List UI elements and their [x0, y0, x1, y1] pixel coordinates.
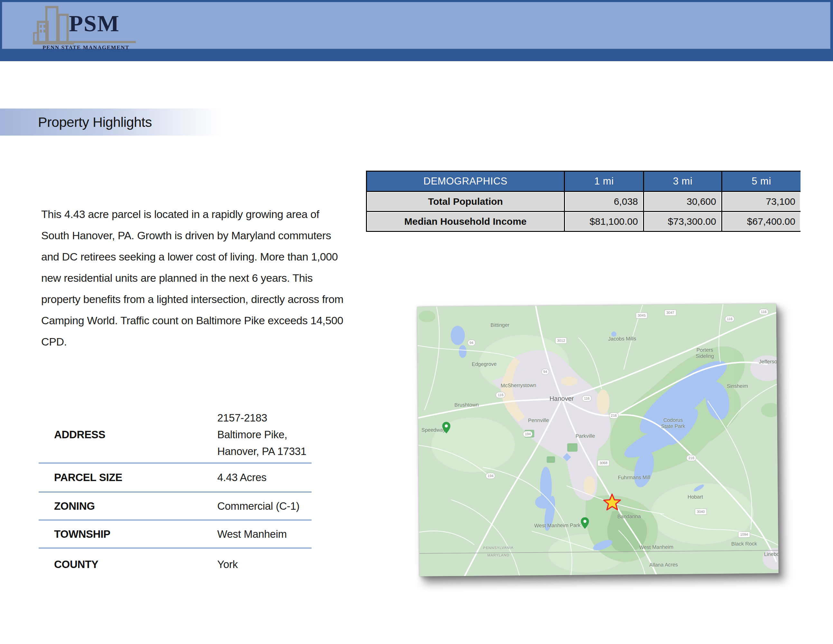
population-5mi: 73,100	[722, 192, 801, 211]
route-shield: 3045	[636, 313, 648, 319]
population-1mi: 6,038	[565, 192, 643, 211]
map-label-fuhrmans-mill: Fuhrmans Mill	[618, 474, 651, 480]
detail-label: COUNTY	[39, 558, 217, 571]
logo-acronym: PSM	[69, 6, 120, 41]
detail-row-township: TOWNSHIP West Manheim	[39, 520, 312, 548]
map-label-pennsylvania: PENNSYLVANIA	[483, 546, 514, 550]
logo-company-name: PENN STATE MANAGEMENT	[33, 44, 139, 51]
detail-value: Commercial (C-1)	[217, 498, 312, 515]
demographics-table: DEMOGRAPHICS 1 mi 3 mi 5 mi Total Popula…	[366, 171, 801, 232]
company-logo: PSM PENN STATE MANAGEMENT	[33, 5, 139, 51]
route-shield: 116	[759, 309, 769, 315]
page-title: Property Highlights	[38, 114, 152, 130]
map-label-jefferson: Jefferson	[759, 359, 778, 365]
detail-row-parcel-size: PARCEL SIZE 4.43 Acres	[39, 464, 312, 492]
header-band: PSM PENN STATE MANAGEMENT	[0, 0, 833, 61]
buildings-icon	[33, 5, 74, 45]
map-label-parkville: Parkville	[576, 433, 595, 439]
table-row: Median Household Income $81,100.00 $73,3…	[367, 212, 799, 231]
detail-value: West Manheim	[217, 526, 312, 543]
map-label-black-rock: Black Rock	[731, 541, 757, 547]
map-label-jacobs-mills: Jacobs Mills	[608, 336, 636, 342]
demographics-header-row: DEMOGRAPHICS 1 mi 3 mi 5 mi	[367, 172, 799, 191]
route-shield: 3040	[695, 509, 707, 515]
income-5mi: $67,400.00	[722, 212, 801, 231]
row-label-total-population: Total Population	[367, 192, 564, 211]
route-shield: 3068	[598, 460, 609, 466]
map-label-west-manheim: West Manheim	[639, 544, 674, 550]
route-shield: 3012	[555, 338, 567, 344]
map-label-maryland: MARYLAND	[487, 553, 510, 557]
property-description: This 4.43 acre parcel is located in a ra…	[41, 203, 347, 352]
route-shield: 94	[467, 340, 475, 346]
route-shield: 94	[541, 369, 549, 375]
property-details-table: ADDRESS 2157-2183 Baltimore Pike, Hanove…	[39, 406, 312, 581]
detail-label: ADDRESS	[39, 428, 217, 441]
income-3mi: $73,300.00	[644, 212, 721, 231]
route-shield: 116	[725, 316, 735, 322]
income-1mi: $81,100.00	[565, 212, 643, 231]
poi-label-west-manheim-park: West Manheim Park	[534, 522, 581, 528]
map-label-edgegrove: Edgegrove	[471, 361, 497, 367]
map-label-lineboro: Lineboro	[764, 551, 778, 557]
map-label-hobart: Hobart	[688, 494, 703, 500]
route-shield: 116	[496, 392, 505, 398]
detail-row-county: COUNTY York	[39, 548, 312, 581]
map-label-mcsherrystown: McSherrystown	[500, 383, 536, 389]
route-shield: 194	[523, 431, 533, 437]
route-shield: 1094	[738, 531, 750, 538]
map-label-brushtown: Brushtown	[455, 402, 479, 408]
detail-label: ZONING	[39, 500, 217, 512]
property-location-star-icon	[603, 493, 622, 513]
col-header-1mi: 1 mi	[565, 172, 643, 191]
speedway-pin-icon	[442, 422, 450, 435]
detail-label: TOWNSHIP	[39, 528, 217, 540]
table-row: Total Population 6,038 30,600 73,100	[367, 192, 799, 211]
property-flyer-page: PSM PENN STATE MANAGEMENT Property Highl…	[0, 0, 833, 644]
population-3mi: 30,600	[644, 192, 721, 211]
map-label-hanover: Hanover	[550, 395, 574, 402]
col-header-3mi: 3 mi	[644, 172, 721, 191]
route-shield: 216	[609, 412, 619, 419]
route-shield: 216	[687, 455, 696, 461]
col-header-demographics: DEMOGRAPHICS	[367, 172, 564, 191]
logo-underline	[34, 41, 136, 43]
route-shield: 3047	[664, 309, 676, 316]
map-label-codorus-state-park: Codorus State Park	[657, 417, 689, 430]
map-label-sinsheim: Sinsheim	[727, 383, 748, 389]
detail-value: 2157-2183 Baltimore Pike, Hanover, PA 17…	[217, 410, 307, 460]
detail-value: 4.43 Acres	[217, 469, 312, 486]
row-label-median-income: Median Household Income	[367, 212, 564, 231]
section-title-bar: Property Highlights	[0, 108, 229, 135]
route-shield: 194	[486, 473, 496, 479]
location-map: Bittinger Jacobs Mills Porters Sideling …	[417, 304, 778, 576]
map-label-porters-sideling: Porters Sideling	[688, 346, 720, 359]
detail-row-address: ADDRESS 2157-2183 Baltimore Pike, Hanove…	[39, 406, 312, 464]
col-header-5mi: 5 mi	[722, 172, 801, 191]
west-manheim-park-pin-icon	[581, 517, 589, 530]
detail-label: PARCEL SIZE	[39, 472, 217, 484]
map-label-allana-acres: Allana Acres	[649, 562, 678, 568]
map-label-bittinger: Bittinger	[490, 322, 510, 328]
detail-row-zoning: ZONING Commercial (C-1)	[39, 492, 312, 520]
header-inner-panel: PSM PENN STATE MANAGEMENT	[2, 2, 830, 49]
route-shield: 116	[582, 395, 592, 401]
map-label-pennville: Pennville	[528, 417, 549, 423]
map-label-bandanna: Bandanna	[618, 514, 641, 520]
detail-value: York	[217, 556, 312, 573]
